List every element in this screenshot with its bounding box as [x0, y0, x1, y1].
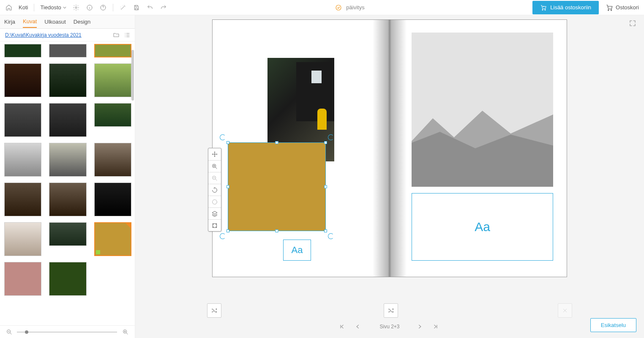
last-page-icon[interactable] — [433, 323, 440, 330]
add-to-cart-button[interactable]: Lisää ostoskoriin — [532, 1, 599, 14]
status-icon — [335, 4, 342, 11]
flag-icon — [126, 223, 131, 228]
tab-images[interactable]: Kuvat — [23, 16, 37, 28]
resize-handle[interactable] — [226, 185, 229, 188]
thumb[interactable] — [94, 44, 131, 57]
save-icon[interactable] — [133, 4, 140, 11]
divider — [34, 4, 34, 11]
rotate-handle[interactable] — [328, 134, 334, 140]
resize-handle[interactable] — [226, 229, 229, 232]
status-text: päivitys — [346, 4, 364, 11]
resize-handle[interactable] — [324, 229, 327, 232]
file-menu[interactable]: Tiedosto — [40, 4, 66, 11]
image-placeholder[interactable] — [412, 33, 553, 187]
thumb[interactable] — [49, 63, 86, 97]
tab-layouts[interactable]: Ulkoasut — [44, 16, 66, 27]
path-link[interactable]: D:\Kuvat\Kuvakirja vuodesta 2021 — [5, 32, 82, 38]
zoom-in-icon[interactable] — [122, 329, 129, 335]
first-page-icon[interactable] — [339, 323, 347, 330]
zoom-slider[interactable] — [17, 332, 117, 333]
zoom-out-icon[interactable] — [6, 329, 13, 335]
gear-icon[interactable] — [72, 4, 80, 11]
text-placeholder-right[interactable]: Aa — [412, 193, 553, 261]
shuffle-center-button[interactable] — [384, 303, 398, 318]
thumb[interactable] — [4, 183, 41, 216]
wand-icon[interactable] — [119, 4, 127, 11]
rotate-handle[interactable] — [328, 233, 334, 239]
svg-point-6 — [608, 9, 609, 10]
add-to-cart-label: Lisää ostoskoriin — [550, 4, 591, 11]
thumb[interactable] — [94, 183, 131, 216]
thumb[interactable] — [49, 262, 86, 296]
tab-design[interactable]: Design — [74, 16, 90, 27]
list-icon[interactable] — [124, 32, 131, 38]
thumb[interactable] — [49, 183, 86, 216]
selected-image-block[interactable] — [228, 142, 326, 231]
file-label: Tiedosto — [40, 4, 61, 11]
help-icon[interactable] — [99, 4, 107, 11]
float-toolbar — [208, 148, 221, 232]
resize-handle[interactable] — [226, 141, 229, 144]
thumb[interactable] — [4, 262, 41, 296]
thumb[interactable] — [4, 143, 41, 177]
rotate-icon[interactable] — [208, 184, 221, 196]
effects-icon[interactable] — [208, 196, 221, 207]
info-icon[interactable] — [86, 4, 93, 11]
layers-icon[interactable] — [208, 207, 221, 219]
zoomout-icon[interactable] — [208, 172, 221, 184]
thumb[interactable] — [4, 63, 41, 97]
cart-link[interactable]: Ostoskori — [606, 4, 639, 11]
zoom-control — [0, 325, 135, 338]
resize-handle[interactable] — [276, 229, 278, 232]
thumb[interactable] — [94, 63, 131, 97]
zoomin-icon[interactable] — [208, 160, 221, 172]
thumb[interactable] — [49, 44, 86, 57]
thumb[interactable] — [4, 44, 41, 57]
undo-icon[interactable] — [146, 4, 154, 11]
rotate-handle[interactable] — [220, 233, 226, 239]
thumb[interactable] — [4, 103, 41, 137]
svg-point-0 — [75, 7, 77, 8]
svg-point-7 — [611, 9, 611, 10]
scrollbar[interactable] — [131, 50, 134, 101]
thumbs-panel — [0, 41, 135, 325]
thumb[interactable] — [49, 143, 86, 177]
fit-icon[interactable] — [208, 219, 221, 231]
svg-point-12 — [213, 199, 217, 204]
resize-handle[interactable] — [324, 185, 327, 188]
thumb[interactable] — [94, 103, 131, 127]
prev-page-icon[interactable] — [355, 323, 363, 330]
redo-icon[interactable] — [160, 4, 167, 11]
move-icon[interactable] — [208, 148, 221, 160]
thumb[interactable] — [94, 143, 131, 177]
cart-label: Ostoskori — [616, 4, 639, 11]
folder-icon[interactable] — [113, 32, 120, 38]
shuffle-right-button[interactable] — [558, 303, 572, 318]
svg-point-3 — [336, 5, 341, 10]
divider — [113, 4, 113, 11]
rotate-handle[interactable] — [220, 134, 226, 140]
page-controls: Sivu 2+3 — [135, 315, 644, 338]
page-label: Sivu 2+3 — [379, 324, 399, 330]
preview-button[interactable]: Esikatselu — [590, 318, 636, 332]
home-label[interactable]: Koti — [19, 4, 28, 11]
left-page[interactable]: Aa — [213, 20, 390, 277]
thumb[interactable] — [49, 103, 86, 137]
tab-book[interactable]: Kirja — [4, 16, 15, 27]
resize-handle[interactable] — [276, 141, 278, 144]
thumb-selected[interactable] — [94, 222, 131, 256]
svg-point-4 — [542, 9, 543, 10]
thumb[interactable] — [49, 222, 86, 246]
resize-handle[interactable] — [324, 141, 327, 144]
text-placeholder-left[interactable]: Aa — [283, 240, 311, 261]
shuffle-left-button[interactable] — [207, 303, 221, 318]
check-icon — [96, 250, 100, 254]
next-page-icon[interactable] — [417, 323, 424, 330]
home-icon[interactable] — [5, 4, 13, 11]
book-spread: Aa Aa — [212, 19, 567, 277]
thumb[interactable] — [4, 222, 41, 256]
right-page[interactable]: Aa — [390, 20, 567, 277]
svg-point-5 — [545, 9, 546, 10]
sidebar-tabs: Kirja Kuvat Ulkoasut Design — [0, 15, 135, 29]
